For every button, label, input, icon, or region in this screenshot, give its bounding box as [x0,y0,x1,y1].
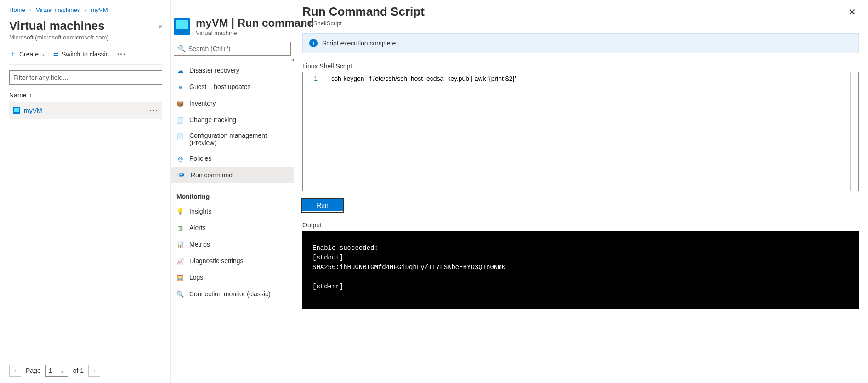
plus-icon: ＋ [9,49,17,59]
output-label: Output [302,221,859,229]
run-button[interactable]: Run [302,199,343,211]
page-next-button[interactable]: › [88,365,100,377]
nav-inventory[interactable]: 📦Inventory [171,95,294,112]
search-input[interactable] [188,45,287,52]
vm-icon [174,18,190,35]
script-label: Linux Shell Script [302,62,859,70]
chevron-right-icon: › [29,6,31,13]
line-number: 1 [303,75,321,82]
switch-classic-button[interactable]: ⇄ Switch to classic [53,51,109,58]
breadcrumb: Home › Virtual machines › myVM [9,0,162,13]
nav-logs[interactable]: 🧮Logs [171,269,294,286]
alert-icon: ▥ [176,224,184,231]
resource-title: myVM | Run command [196,17,314,29]
nav-run-command[interactable]: 🖳Run command [171,167,294,183]
chart-icon: 📊 [176,241,184,248]
breadcrumb-home[interactable]: Home [9,6,25,13]
search-icon: 🔍 [178,45,186,52]
more-actions-button[interactable]: ··· [117,50,126,58]
page-title: Virtual machines [9,19,105,33]
nav-disaster-recovery[interactable]: ☁Disaster recovery [171,62,294,79]
scrollbar[interactable] [850,72,858,191]
nav-change-tracking[interactable]: 🧾Change tracking [171,112,294,128]
paginator: ‹ Page 1 ⌄ of 1 › [9,365,100,377]
create-button[interactable]: ＋ Create ⌄ [9,49,45,59]
cloud-icon: ☁ [176,67,184,74]
document-icon: 📄 [176,133,184,140]
nav-section-monitoring: Monitoring [171,186,294,203]
nav-diagnostic-settings[interactable]: 📈Diagnostic settings [171,253,294,269]
filter-input[interactable] [9,70,162,85]
sort-asc-icon: ↑ [29,92,32,98]
breadcrumb-vms[interactable]: Virtual machines [36,6,80,13]
nav-insights[interactable]: 💡Insights [171,203,294,220]
output-console: Enable succeeded: [stdout] SHA256:ihHuGN… [302,231,859,309]
nav-config-mgmt[interactable]: 📄Configuration management (Preview) [171,128,294,150]
row-more-button[interactable]: ··· [150,107,159,115]
directory-subtitle: Microsoft (microsoft.onmicrosoft.com) [9,34,162,41]
collapse-blade-icon[interactable]: « [159,22,162,30]
bulb-icon: 💡 [176,208,184,215]
close-icon[interactable]: ✕ [845,5,859,19]
nav-metrics[interactable]: 📊Metrics [171,236,294,253]
nav-connection-monitor[interactable]: 🔍Connection monitor (classic) [171,286,294,302]
panel-subtitle: RunShellScript [302,20,425,27]
logs-icon: 🧮 [176,274,184,281]
breadcrumb-vm[interactable]: myVM [91,6,108,13]
chevron-down-icon: ⌄ [41,51,45,56]
page-prev-button[interactable]: ‹ [9,365,21,377]
table-row[interactable]: myVM ··· [9,102,162,119]
panel-title: Run Command Script [302,5,425,19]
policy-icon: ◎ [176,155,184,162]
swap-icon: ⇄ [53,51,59,58]
vm-name-link[interactable]: myVM [24,107,42,114]
terminal-icon: 🖳 [178,171,185,179]
status-message: Script execution complete [322,39,396,47]
chevron-right-icon: › [85,6,86,13]
page-select[interactable]: 1 ⌄ [45,365,68,377]
resource-search[interactable]: 🔍 [174,42,291,56]
diagnostic-icon: 📈 [176,257,184,265]
tracking-icon: 🧾 [176,116,184,124]
chevron-down-icon: ⌄ [60,367,65,374]
connection-icon: 🔍 [176,290,184,298]
column-header-name[interactable]: Name ↑ [9,91,162,101]
box-icon: 📦 [176,100,184,107]
vm-icon [13,107,20,114]
nav-guest-host-updates[interactable]: 🖥Guest + host updates [171,79,294,95]
monitor-icon: 🖥 [176,83,184,90]
info-icon: i [309,39,318,47]
resource-type: Virtual machine [196,29,314,36]
nav-alerts[interactable]: ▥Alerts [171,220,294,236]
collapse-nav-icon[interactable]: « [291,56,295,63]
status-banner: i Script execution complete [302,33,859,53]
script-content: ssh-keygen -lf /etc/ssh/ssh_host_ecdsa_k… [331,75,516,82]
script-editor[interactable]: 1 ssh-keygen -lf /etc/ssh/ssh_host_ecdsa… [302,72,859,191]
nav-policies[interactable]: ◎Policies [171,150,294,167]
